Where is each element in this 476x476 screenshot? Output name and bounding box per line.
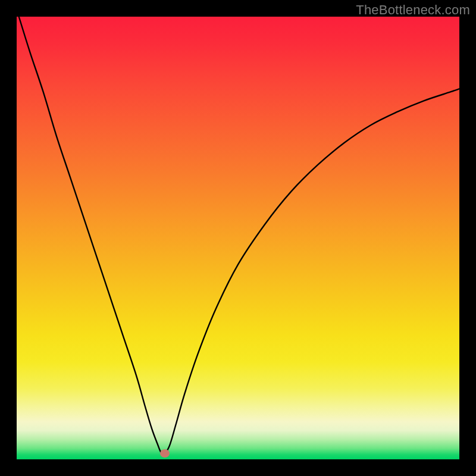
chart-frame: TheBottleneck.com bbox=[0, 0, 476, 476]
watermark-text: TheBottleneck.com bbox=[356, 2, 470, 18]
gradient-background bbox=[17, 17, 459, 459]
plot-area bbox=[17, 17, 459, 459]
plot-svg bbox=[17, 17, 459, 459]
min-marker bbox=[160, 449, 170, 458]
